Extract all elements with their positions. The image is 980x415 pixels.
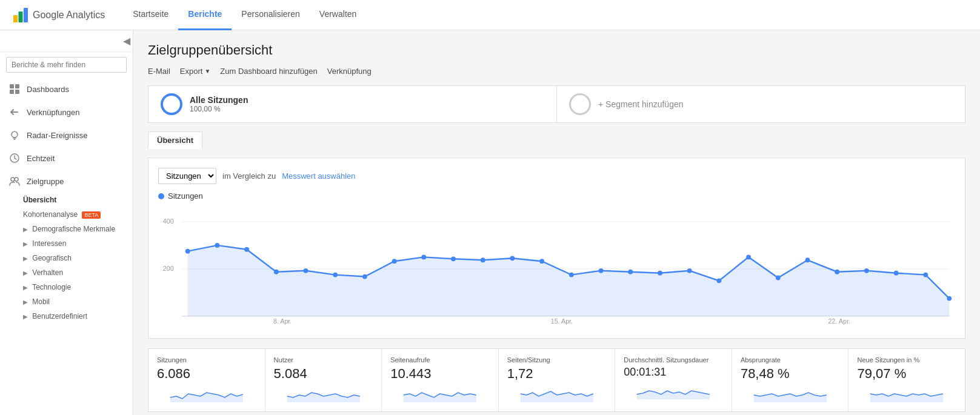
chart-point	[923, 273, 928, 277]
chevron-right-icon: ▶	[23, 299, 28, 305]
sidebar-sub-item-verhalten[interactable]: ▶ Verhalten	[0, 265, 133, 280]
x-label-apr8: 8. Apr.	[273, 317, 292, 325]
stat-label: Neue Sitzungen in %	[857, 356, 956, 364]
chevron-right-icon: ▶	[23, 284, 28, 291]
chart-svg: 400 200 8. Apr. 15. Apr. 22. Apr.	[158, 205, 955, 327]
svg-point-9	[11, 178, 15, 181]
y-label-400: 400	[163, 217, 174, 225]
sidebar-sub-item-benutzerdefiniert[interactable]: ▶ Benutzerdefiniert	[0, 309, 133, 324]
sidebar-item-label: Echtzeit	[27, 154, 55, 163]
stat-value: 5.084	[274, 366, 373, 382]
sidebar-sub-item-geografisch[interactable]: ▶ Geografisch	[0, 251, 133, 265]
chevron-right-icon: ▶	[23, 270, 28, 276]
svg-rect-4	[15, 84, 19, 88]
chart-point	[894, 271, 899, 276]
tab-verwalten[interactable]: Verwalten	[310, 0, 366, 30]
report-tabs: Übersicht	[148, 131, 965, 149]
sidebar-item-label: Dashboards	[27, 85, 69, 94]
chart-point	[481, 257, 485, 262]
chevron-right-icon: ▶	[23, 226, 28, 233]
chart-point	[628, 270, 633, 274]
sidebar-sub-item-mobil[interactable]: ▶ Mobil	[0, 294, 133, 309]
search-input[interactable]	[6, 57, 127, 73]
compare-text: im Vergleich zu	[222, 171, 276, 181]
sidebar-section-label: Zielgruppe	[27, 177, 64, 186]
svg-point-7	[12, 131, 18, 138]
stat-value: 1,72	[507, 366, 607, 382]
chart-point	[333, 273, 338, 277]
add-segment-label: + Segment hinzufügen	[598, 99, 684, 109]
main-layout: ◀ Dashboards	[0, 30, 980, 415]
email-button[interactable]: E-Mail	[148, 67, 170, 76]
export-dropdown[interactable]: Export ▼	[180, 67, 210, 76]
page-title: Zielgruppenübersicht	[148, 42, 965, 58]
sparkline-absprungrate	[741, 385, 840, 402]
tab-personalisieren[interactable]: Personalisieren	[232, 0, 310, 30]
sidebar-sub-item-kohortenanalyse[interactable]: Kohortenanalyse BETA	[0, 207, 133, 222]
logo: Google Analytics	[12, 7, 105, 24]
tab-berichte[interactable]: Berichte	[178, 0, 232, 30]
sparkline-seitenaufrufe	[390, 385, 490, 402]
chart-point	[658, 271, 662, 276]
sidebar: ◀ Dashboards	[0, 30, 133, 415]
link-button[interactable]: Verknüpfung	[327, 67, 372, 76]
stat-value: 10.443	[390, 366, 490, 382]
sidebar-sub-item-technologie[interactable]: ▶ Technologie	[0, 280, 133, 294]
svg-rect-5	[10, 90, 14, 94]
svg-rect-0	[13, 15, 18, 22]
chart-point	[510, 256, 515, 261]
stat-sitzungen: Sitzungen 6.086	[148, 349, 265, 411]
chart-point	[947, 296, 952, 301]
chevron-right-icon: ▶	[23, 241, 28, 247]
stat-value: 79,07 %	[857, 366, 956, 382]
sidebar-item-verknuepfungen[interactable]: Verknüpfungen	[0, 101, 133, 124]
header: Google Analytics Startseite Berichte Per…	[0, 0, 980, 30]
sidebar-sub-item-ubersicht[interactable]: Übersicht	[0, 193, 133, 207]
stat-absprungrate: Absprungrate 78,48 %	[732, 349, 849, 411]
metric-link[interactable]: Messwert auswählen	[282, 171, 355, 181]
svg-rect-2	[24, 8, 28, 22]
legend-label: Sitzungen	[168, 191, 203, 201]
stat-label: Sitzungen	[157, 356, 256, 364]
grid-icon	[8, 83, 21, 95]
add-segment-box[interactable]: + Segment hinzufügen	[557, 85, 965, 123]
toolbar: E-Mail Export ▼ Zum Dashboard hinzufügen…	[148, 67, 965, 76]
chart-legend: Sitzungen	[158, 191, 955, 201]
sidebar-item-dashboards[interactable]: Dashboards	[0, 78, 133, 101]
svg-point-10	[15, 178, 18, 181]
sparkline-sitzungen	[157, 385, 256, 402]
chart-controls: Sitzungen im Vergleich zu Messwert auswä…	[158, 168, 955, 184]
add-segment-circle	[569, 93, 591, 115]
stat-neue-sitzungen: Neue Sitzungen in % 79,07 %	[848, 349, 965, 411]
sidebar-sub-item-demografische[interactable]: ▶ Demografische Merkmale	[0, 222, 133, 236]
sidebar-sub-item-interessen[interactable]: ▶ Interessen	[0, 236, 133, 251]
chart-point	[776, 276, 781, 281]
metric-select[interactable]: Sitzungen	[158, 168, 216, 184]
sidebar-item-zielgruppe[interactable]: Zielgruppe	[0, 170, 133, 193]
stat-label: Durchschnittl. Sitzungsdauer	[624, 356, 723, 364]
sidebar-item-echtzeit[interactable]: Echtzeit	[0, 147, 133, 170]
chart-point	[392, 259, 397, 264]
stat-seitenaufrufe: Seitenaufrufe 10.443	[382, 349, 499, 411]
stat-label: Seitenaufrufe	[390, 356, 490, 364]
dashboard-button[interactable]: Zum Dashboard hinzufügen	[220, 67, 317, 76]
chart-point	[362, 274, 367, 279]
people-icon	[8, 175, 21, 187]
active-segment[interactable]: Alle Sitzungen 100,00 %	[148, 85, 557, 123]
tab-startseite[interactable]: Startseite	[123, 0, 178, 30]
sidebar-item-radar[interactable]: Radar-Ereignisse	[0, 124, 133, 147]
chevron-down-icon: ▼	[204, 68, 210, 75]
segment-info: Alle Sitzungen 100,00 %	[190, 95, 248, 113]
x-label-apr22: 22. Apr.	[828, 317, 850, 325]
bulb-icon	[8, 129, 21, 141]
chart-svg-container: 400 200 8. Apr. 15. Apr. 22. Apr.	[158, 205, 955, 328]
tab-ubersicht[interactable]: Übersicht	[148, 131, 202, 149]
stat-sitzungsdauer: Durchschnittl. Sitzungsdauer 00:01:31	[615, 349, 732, 411]
link-icon	[8, 106, 21, 118]
chart-point	[244, 247, 249, 252]
sidebar-collapse-button[interactable]: ◀	[123, 35, 130, 47]
chart-point	[569, 273, 574, 277]
stat-value: 00:01:31	[624, 366, 723, 379]
svg-rect-1	[19, 12, 23, 22]
clock-icon	[8, 152, 21, 164]
